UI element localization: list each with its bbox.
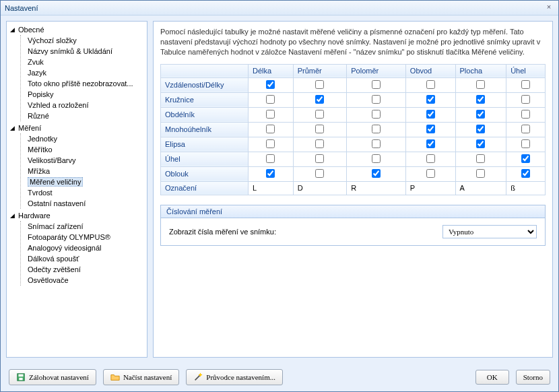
measure-checkbox[interactable] xyxy=(266,80,275,89)
cancel-button[interactable]: Storno xyxy=(516,370,550,385)
tree-group[interactable]: ◢Hardware xyxy=(8,211,145,220)
measure-checkbox[interactable] xyxy=(521,110,530,119)
measure-checkbox[interactable] xyxy=(372,139,381,148)
tree-item-label: Popisky xyxy=(28,90,54,98)
measure-checkbox[interactable] xyxy=(476,80,485,89)
measure-checkbox[interactable] xyxy=(372,169,381,178)
measure-checkbox[interactable] xyxy=(315,169,324,178)
measure-checkbox[interactable] xyxy=(426,95,435,104)
measure-checkbox[interactable] xyxy=(315,95,324,104)
measure-checkbox[interactable] xyxy=(315,139,324,148)
numbering-select[interactable]: Vypnuto xyxy=(442,225,537,238)
tree-item[interactable]: Velikosti/Barvy xyxy=(28,155,145,166)
row-label: Kružnice xyxy=(161,92,249,107)
tree-item-label: Jednotky xyxy=(28,135,57,143)
tree-item[interactable]: Jednotky xyxy=(28,133,145,144)
tree-item[interactable]: Názvy snímků & Ukládání xyxy=(28,46,145,57)
row-label: Oblouk xyxy=(161,166,249,181)
measure-checkbox[interactable] xyxy=(372,125,381,133)
measure-checkbox[interactable] xyxy=(266,110,275,119)
tree-item-label: Měřítko xyxy=(28,145,53,154)
measure-checkbox[interactable] xyxy=(476,139,485,148)
measure-checkbox[interactable] xyxy=(426,154,435,163)
label-cell[interactable]: D xyxy=(293,181,347,195)
measure-checkbox[interactable] xyxy=(476,154,485,163)
tree-item[interactable]: Snímací zařízení xyxy=(28,221,145,232)
label-cell[interactable]: P xyxy=(405,181,455,195)
column-header xyxy=(161,64,249,77)
measure-checkbox[interactable] xyxy=(476,169,485,178)
measure-checkbox[interactable] xyxy=(266,95,275,104)
measure-checkbox[interactable] xyxy=(476,95,485,104)
measure-checkbox[interactable] xyxy=(426,125,435,133)
tree-item[interactable]: Měřítko xyxy=(28,144,145,155)
tree-item[interactable]: Výchozí složky xyxy=(28,35,145,46)
tree-item[interactable]: Analogový videosignál xyxy=(28,242,145,253)
tree-item[interactable]: Dálková spoušť xyxy=(28,253,145,264)
tree-item-label: Názvy snímků & Ukládání xyxy=(28,47,112,55)
row-label: Mnohoúhelník xyxy=(161,122,249,137)
table-row: Vzdálenosti/Délky xyxy=(161,77,546,92)
column-header: Obvod xyxy=(405,64,455,77)
close-icon[interactable]: × xyxy=(544,3,554,13)
tree-item[interactable]: Jazyk xyxy=(28,67,145,78)
measure-checkbox[interactable] xyxy=(521,125,530,133)
load-button[interactable]: Načíst nastavení xyxy=(103,369,179,385)
measure-checkbox[interactable] xyxy=(315,125,324,133)
measure-checkbox[interactable] xyxy=(521,80,530,89)
measure-checkbox[interactable] xyxy=(476,125,485,133)
measure-checkbox[interactable] xyxy=(521,169,530,178)
label-cell[interactable]: R xyxy=(347,181,406,195)
measure-checkbox[interactable] xyxy=(426,169,435,178)
row-label: Označení xyxy=(161,181,249,195)
sidebar-tree[interactable]: ◢ObecnéVýchozí složkyNázvy snímků & Uklá… xyxy=(6,21,147,358)
measure-checkbox[interactable] xyxy=(315,110,324,119)
measure-checkbox[interactable] xyxy=(315,154,324,163)
measure-checkbox[interactable] xyxy=(521,154,530,163)
tree-item[interactable]: Toto okno příště nezobrazovat... xyxy=(28,78,145,89)
measure-checkbox[interactable] xyxy=(521,95,530,104)
row-label: Úhel xyxy=(161,152,249,166)
row-label: Obdélník xyxy=(161,107,249,122)
ok-button[interactable]: OK xyxy=(475,370,509,385)
tree-item[interactable]: Tvrdost xyxy=(28,187,145,198)
measure-checkbox[interactable] xyxy=(372,154,381,163)
label-cell[interactable]: ß xyxy=(506,181,546,195)
measure-checkbox[interactable] xyxy=(266,169,275,178)
measure-checkbox[interactable] xyxy=(426,110,435,119)
tree-item[interactable]: Zvuk xyxy=(28,57,145,67)
measure-checkbox[interactable] xyxy=(372,110,381,119)
measure-checkbox[interactable] xyxy=(266,154,275,163)
collapse-icon[interactable]: ◢ xyxy=(8,26,16,33)
tree-item[interactable]: Popisky xyxy=(28,89,145,100)
backup-button[interactable]: Zálohovat nastavení xyxy=(9,369,96,385)
measure-checkbox[interactable] xyxy=(315,80,324,89)
tree-group[interactable]: ◢Měření xyxy=(8,124,145,132)
tree-item[interactable]: Mřížka xyxy=(28,166,145,176)
save-icon xyxy=(16,372,26,382)
measure-checkbox[interactable] xyxy=(426,139,435,148)
measure-checkbox[interactable] xyxy=(266,139,275,148)
measure-checkbox[interactable] xyxy=(372,80,381,89)
measure-checkbox[interactable] xyxy=(521,139,530,148)
measure-checkbox[interactable] xyxy=(266,125,275,133)
tree-item[interactable]: Fotoaparáty OLYMPUS® xyxy=(28,232,145,242)
tree-item[interactable]: Odečty zvětšení xyxy=(28,264,145,275)
tree-item[interactable]: Ostatní nastavení xyxy=(28,198,145,209)
wizard-button[interactable]: Průvodce nastavením... xyxy=(186,369,283,385)
tree-group[interactable]: ◢Obecné xyxy=(8,26,145,34)
measure-checkbox[interactable] xyxy=(476,110,485,119)
tree-item[interactable]: Vzhled a rozložení xyxy=(28,100,145,110)
titlebar: Nastavení × xyxy=(1,1,558,15)
tree-item[interactable]: Osvětlovače xyxy=(28,275,145,286)
measure-checkbox[interactable] xyxy=(372,95,381,104)
tree-item[interactable]: Různé xyxy=(28,110,145,121)
label-cell[interactable]: L xyxy=(249,181,294,195)
collapse-icon[interactable]: ◢ xyxy=(8,125,16,131)
label-cell[interactable]: A xyxy=(455,181,506,195)
table-row: Mnohoúhelník xyxy=(161,122,546,137)
measure-checkbox[interactable] xyxy=(426,80,435,89)
column-header: Poloměr xyxy=(347,64,406,77)
collapse-icon[interactable]: ◢ xyxy=(8,212,16,219)
tree-item[interactable]: Měřené veličiny xyxy=(28,176,145,187)
